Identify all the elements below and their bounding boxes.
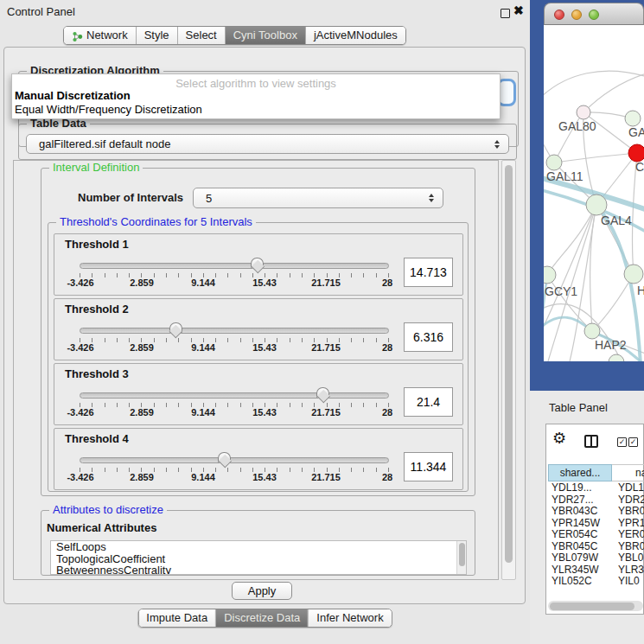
table-row[interactable]: YBL079WYBL0 — [548, 552, 644, 564]
node-label: HAP2 — [595, 338, 627, 352]
tab-style[interactable]: Style — [137, 27, 178, 44]
algorithm-option-manual[interactable]: Manual Discretization — [12, 89, 500, 103]
attribute-list-item[interactable]: SelfLoops — [51, 541, 466, 553]
table-row[interactable]: YIL052CYIL0 — [548, 575, 644, 587]
network-node[interactable] — [628, 144, 644, 162]
cell-shared-name[interactable]: YER054C — [548, 528, 612, 540]
network-node[interactable] — [584, 323, 600, 339]
table-row[interactable]: YPR145WYPR1 — [548, 517, 644, 529]
threshold-value-field[interactable]: 11.344 — [404, 452, 453, 481]
table-row[interactable]: YER054CYER0 — [548, 528, 644, 540]
table-row[interactable]: YDR27...YDR2 — [548, 494, 644, 506]
stepper-icon — [424, 194, 439, 202]
checkbox-icon[interactable]: ✓ — [617, 437, 627, 447]
table-row[interactable]: YDL19...YDL1 — [548, 481, 644, 494]
tab-network[interactable]: Network — [64, 27, 137, 44]
slider-thumb[interactable] — [251, 258, 264, 268]
slider-tick-marks — [80, 273, 389, 277]
slider-track[interactable] — [80, 457, 389, 463]
zoom-traffic-light[interactable] — [589, 10, 599, 20]
close-traffic-light[interactable] — [554, 10, 564, 20]
attribute-list-item[interactable]: BetweennessCentrality — [51, 564, 466, 575]
attributes-scrollbar[interactable] — [456, 541, 466, 575]
slider-thumb[interactable] — [316, 387, 329, 398]
cell-shared-name[interactable]: YDL19... — [548, 481, 612, 494]
network-node[interactable] — [544, 266, 556, 284]
cell-name[interactable]: YBL0 — [612, 552, 644, 564]
network-node[interactable] — [625, 111, 641, 126]
gear-icon[interactable]: ⚙ — [552, 430, 566, 446]
slider-tick-label: 28 — [382, 342, 392, 353]
cell-name[interactable]: YBR0 — [612, 505, 644, 517]
close-icon[interactable]: ✖ — [513, 3, 524, 17]
cell-name[interactable]: YDR2 — [612, 494, 644, 506]
network-node[interactable] — [624, 265, 643, 284]
table-panel: Table Panel ⚙ ✓ ✓ shared... na YDL19...Y… — [530, 391, 644, 644]
network-node[interactable] — [586, 194, 607, 215]
tab-discretize-data[interactable]: Discretize Data — [216, 609, 309, 627]
number-of-intervals-combobox[interactable]: 5 — [193, 188, 443, 208]
table-row[interactable]: YBR043CYBR0 — [548, 505, 644, 517]
threshold-value-field[interactable]: 6.316 — [404, 322, 453, 352]
column-layout-icon[interactable] — [584, 435, 598, 448]
scrollbar-thumb[interactable] — [550, 603, 634, 610]
slider-thumb[interactable] — [218, 452, 231, 462]
network-node[interactable] — [546, 155, 562, 170]
cell-name[interactable]: YBR0 — [612, 540, 644, 552]
slider-tick-label: -3.426 — [67, 277, 93, 288]
slider-track[interactable] — [80, 328, 389, 334]
threshold-label: Threshold 4 — [65, 432, 129, 445]
slider-tick-label: 2.859 — [130, 342, 154, 353]
column-header-shared-name[interactable]: shared... — [548, 464, 612, 481]
scrollbar-thumb[interactable] — [505, 165, 513, 563]
cell-shared-name[interactable]: YIL052C — [548, 575, 612, 587]
cell-name[interactable]: YIL0 — [612, 575, 644, 587]
network-canvas[interactable]: GAL80GACGAL11GAL4GCY1HHAP2 — [544, 25, 644, 361]
cell-shared-name[interactable]: YBR045C — [548, 540, 612, 552]
tab-impute-data[interactable]: Impute Data — [138, 609, 216, 627]
cell-name[interactable]: YER0 — [612, 528, 644, 540]
slider-track[interactable] — [80, 263, 389, 269]
algorithm-option-equal-width[interactable]: Equal Width/Frequency Discretization — [12, 103, 500, 117]
table-horizontal-scrollbar[interactable] — [548, 601, 643, 611]
cell-shared-name[interactable]: YBR043C — [548, 505, 612, 517]
tab-select[interactable]: Select — [178, 27, 226, 44]
cell-shared-name[interactable]: YDR27... — [548, 494, 612, 506]
cell-shared-name[interactable]: YPR145W — [548, 517, 612, 529]
thresholds-group: Threshold's Coordinates for 5 Intervals … — [48, 222, 469, 492]
threshold-label: Threshold 2 — [65, 303, 129, 316]
tab-cyni-toolbox[interactable]: Cyni Toolbox — [226, 27, 306, 44]
table-row[interactable]: YBR045CYBR0 — [548, 540, 644, 552]
tab-jactivemnodules[interactable]: jActiveMNodules — [306, 27, 405, 44]
network-node[interactable] — [609, 354, 624, 361]
checkbox-icon[interactable]: ✓ — [628, 437, 638, 447]
float-window-icon[interactable] — [501, 9, 510, 18]
slider-track[interactable] — [80, 392, 389, 399]
node-label: C — [635, 160, 644, 174]
cell-name[interactable]: YDL1 — [612, 481, 644, 494]
threshold-value-field[interactable]: 21.4 — [404, 387, 453, 417]
network-node[interactable] — [577, 105, 590, 119]
network-window-titlebar[interactable] — [544, 3, 644, 25]
tab-infer-network[interactable]: Infer Network — [309, 609, 391, 627]
slider-thumb[interactable] — [169, 322, 182, 333]
minimize-traffic-light[interactable] — [571, 10, 582, 20]
attribute-list-item[interactable]: TopologicalCoefficient — [51, 553, 466, 565]
slider-tick-label: 15.43 — [252, 277, 277, 288]
table-row[interactable]: YLR345WYLR3 — [548, 564, 644, 576]
cell-shared-name[interactable]: YLR345W — [548, 564, 612, 576]
table-data-combobox[interactable]: galFiltered.sif default node — [26, 134, 509, 154]
pane-scrollbar[interactable] — [501, 160, 516, 580]
slider-tick-label: 9.144 — [191, 472, 215, 482]
cell-shared-name[interactable]: YBL079W — [548, 552, 612, 564]
slider-tick-label: 28 — [382, 472, 392, 482]
cell-name[interactable]: YPR1 — [612, 517, 644, 529]
network-nodes[interactable] — [544, 105, 644, 361]
attributes-listbox[interactable]: SelfLoopsTopologicalCoefficientBetweenne… — [50, 540, 467, 575]
scrollbar-thumb[interactable] — [459, 543, 465, 566]
column-header-name[interactable]: na — [612, 464, 644, 481]
cell-name[interactable]: YLR3 — [612, 564, 644, 576]
numerical-attributes-heading: Numerical Attributes — [47, 521, 156, 534]
threshold-value-field[interactable]: 14.713 — [404, 258, 453, 287]
apply-button[interactable]: Apply — [232, 582, 292, 600]
